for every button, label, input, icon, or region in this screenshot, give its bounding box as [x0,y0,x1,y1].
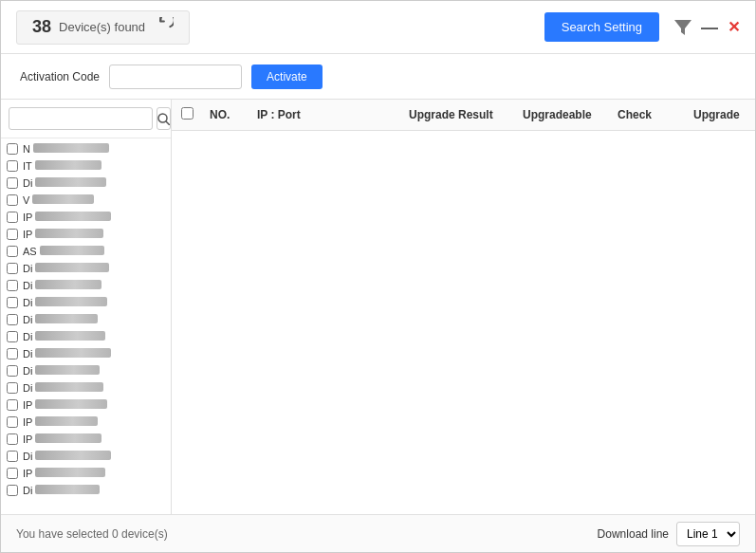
svg-line-2 [166,121,170,125]
device-name: Di [23,177,165,189]
device-name: IP [23,416,165,428]
list-item[interactable]: Di [1,311,171,328]
device-checkbox[interactable] [7,246,18,257]
device-name: N [23,143,165,155]
select-all-checkbox[interactable] [181,107,194,120]
col-ip-header: IP : Port [257,108,409,121]
window-controls: — ✕ [674,18,740,36]
device-count: 38 [32,17,51,37]
device-name: IP [23,433,165,445]
device-checkbox[interactable] [7,365,18,377]
device-checkbox[interactable] [7,143,18,155]
device-search-row [1,100,171,138]
col-upgradeable-header: Upgradeable [523,108,618,121]
list-item[interactable]: IT [1,157,171,175]
list-item[interactable]: IP [1,414,171,431]
device-list: NITDiVIPIPASDiDiDiDiDiDiDiDiIPIPIPDiIPDi [1,138,171,514]
device-checkbox[interactable] [7,280,18,291]
device-checkbox[interactable] [7,382,18,394]
device-name: Di [23,365,165,377]
device-name: Di [23,485,165,496]
device-checkbox[interactable] [7,212,18,223]
device-checkbox[interactable] [7,314,18,325]
list-item[interactable]: Di [1,448,171,465]
device-name: IT [23,160,165,172]
table-header: NO. IP : Port Upgrade Result Upgradeable… [172,100,755,131]
list-item[interactable]: Di [1,379,171,396]
device-checkbox[interactable] [7,160,18,172]
activation-code-input[interactable] [109,65,242,89]
device-search-button[interactable] [157,107,171,130]
device-name: Di [23,280,165,291]
device-name: IP [23,468,165,479]
bottom-bar: You have selected 0 device(s) Download l… [1,514,755,552]
download-line-select[interactable]: Line 1Line 2Line 3 [676,522,740,546]
device-name: IP [23,212,165,223]
device-checkbox[interactable] [7,348,18,359]
device-search-input[interactable] [9,107,153,130]
list-item[interactable]: Di [1,260,171,277]
device-name: V [23,194,165,206]
table-body [172,131,755,514]
device-name: Di [23,382,165,394]
main-content: NITDiVIPIPASDiDiDiDiDiDiDiDiIPIPIPDiIPDi… [1,100,755,514]
list-item[interactable]: IP [1,226,171,243]
device-checkbox[interactable] [7,399,18,411]
col-check-header: Check [618,108,693,121]
device-count-box: 38 Device(s) found [16,10,190,45]
list-item[interactable]: Di [1,175,171,192]
device-name: Di [23,314,165,325]
device-checkbox[interactable] [7,297,18,308]
activation-code-label: Activation Code [20,70,100,83]
right-panel: NO. IP : Port Upgrade Result Upgradeable… [172,100,755,514]
list-item[interactable]: Di [1,345,171,362]
list-item[interactable]: IP [1,396,171,414]
device-checkbox[interactable] [7,331,18,342]
list-item[interactable]: IP [1,431,171,448]
device-name: Di [23,348,165,359]
close-icon[interactable]: ✕ [728,18,740,36]
list-item[interactable]: Di [1,277,171,294]
device-checkbox[interactable] [7,451,18,462]
device-count-label: Device(s) found [59,20,145,34]
device-list-panel: NITDiVIPIPASDiDiDiDiDiDiDiDiIPIPIPDiIPDi [1,100,172,514]
device-checkbox[interactable] [7,416,18,428]
device-name: AS [23,246,165,257]
title-bar: 38 Device(s) found Search Setting — ✕ [1,1,755,54]
list-item[interactable]: IP [1,465,171,482]
device-checkbox[interactable] [7,229,18,240]
col-upgrade-result-header: Upgrade Result [409,108,523,121]
activate-button[interactable]: Activate [251,65,323,89]
col-upgrade-header: Upgrade [693,108,755,121]
list-item[interactable]: V [1,192,171,209]
list-item[interactable]: Di [1,482,171,499]
device-name: Di [23,263,165,274]
device-checkbox[interactable] [7,433,18,445]
device-name: IP [23,399,165,411]
list-item[interactable]: Di [1,328,171,345]
filter-icon[interactable] [674,20,691,35]
header-checkbox-cell [181,107,210,122]
device-checkbox[interactable] [7,468,18,479]
list-item[interactable]: N [1,140,171,157]
device-name: Di [23,331,165,342]
device-name: Di [23,451,165,462]
refresh-icon[interactable] [153,17,174,38]
col-no-header: NO. [210,108,257,121]
device-name: Di [23,297,165,308]
download-line-label: Download line [598,527,669,541]
activation-row: Activation Code Activate [1,54,755,100]
minimize-icon[interactable]: — [701,19,718,36]
device-checkbox[interactable] [7,485,18,496]
device-checkbox[interactable] [7,263,18,274]
list-item[interactable]: Di [1,362,171,379]
device-checkbox[interactable] [7,194,18,206]
list-item[interactable]: AS [1,243,171,260]
list-item[interactable]: IP [1,209,171,226]
search-setting-button[interactable]: Search Setting [544,12,659,42]
svg-marker-0 [674,20,691,35]
device-name: IP [23,229,165,240]
device-checkbox[interactable] [7,177,18,189]
list-item[interactable]: Di [1,294,171,311]
selected-status: You have selected 0 device(s) [16,527,598,541]
